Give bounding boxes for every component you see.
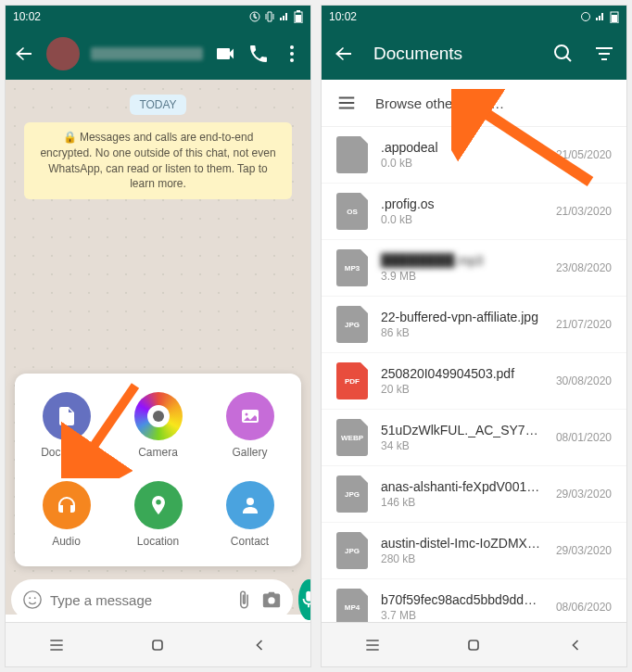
svg-rect-1 <box>297 10 300 12</box>
alarm-icon <box>580 11 591 22</box>
search-icon[interactable] <box>552 43 575 65</box>
sort-icon[interactable] <box>593 43 615 65</box>
document-row[interactable]: .appodeal 0.0 kB 21/05/2020 <box>322 127 626 184</box>
document-size: 146 kB <box>381 496 543 509</box>
attachment-sheet: Document Camera Gallery Audio Location C… <box>15 374 301 566</box>
file-type-icon: WEBP <box>336 419 368 456</box>
message-input[interactable] <box>50 592 226 608</box>
nav-recents-icon[interactable] <box>47 636 66 654</box>
document-info: .appodeal 0.0 kB <box>381 140 543 170</box>
file-type-icon: JPG <box>336 475 368 513</box>
document-name: b70f59fec98acd5bbd9dd8b7459f8720de… <box>381 592 543 607</box>
nav-bar <box>322 622 626 666</box>
svg-rect-15 <box>612 15 617 22</box>
attach-camera[interactable]: Camera <box>116 392 200 459</box>
svg-point-13 <box>582 13 590 21</box>
document-name: .profig.os <box>381 197 543 211</box>
location-icon <box>147 494 170 516</box>
alarm-icon <box>249 11 260 22</box>
contact-name[interactable] <box>91 47 203 60</box>
status-bar: 10:02 <box>6 6 310 28</box>
status-time: 10:02 <box>13 10 41 23</box>
attach-audio[interactable]: Audio <box>24 481 108 548</box>
document-size: 0.0 kB <box>381 157 543 170</box>
document-icon <box>56 405 78 427</box>
back-icon[interactable] <box>333 43 355 65</box>
emoji-icon[interactable] <box>22 590 43 610</box>
nav-back-icon[interactable] <box>250 636 269 654</box>
svg-rect-2 <box>296 15 301 22</box>
document-row[interactable]: JPG 22-buffered-vpn-affiliate.jpg 86 kB … <box>322 297 626 353</box>
video-call-icon[interactable] <box>214 43 236 65</box>
browse-label: Browse other docs… <box>375 95 504 111</box>
document-row[interactable]: PDF 250820I049904503.pdf 20 kB 30/08/202… <box>322 353 626 410</box>
list-icon <box>336 93 357 113</box>
document-row[interactable]: JPG austin-distel-Imc-IoZDMXc-unsplash.j… <box>322 523 626 579</box>
document-name: anas-alshanti-feXpdV001o4-unsplash.j… <box>381 479 543 494</box>
svg-point-4 <box>290 52 294 56</box>
battery-icon <box>294 10 303 23</box>
document-info: b70f59fec98acd5bbd9dd8b7459f8720de… 3.7 … <box>381 592 543 622</box>
document-row[interactable]: MP3 ████████.mp3 3.9 MB 23/08/2020 <box>322 240 626 297</box>
camera-icon <box>153 411 164 422</box>
attach-icon[interactable] <box>234 590 254 610</box>
nav-home-icon[interactable] <box>464 636 483 654</box>
document-size: 86 kB <box>381 326 543 339</box>
file-type-icon: PDF <box>336 362 368 399</box>
documents-header: Documents <box>322 28 626 80</box>
camera-input-icon[interactable] <box>261 590 282 610</box>
document-info: 22-buffered-vpn-affiliate.jpg 86 kB <box>381 310 543 339</box>
document-row[interactable]: MP4 b70f59fec98acd5bbd9dd8b7459f8720de… … <box>322 579 626 622</box>
document-size: 34 kB <box>381 439 543 452</box>
svg-point-11 <box>34 597 36 599</box>
document-date: 08/01/2020 <box>556 431 612 444</box>
phone-right-documents: 10:02 Documents Browse other docs… .appo… <box>321 5 627 667</box>
mic-button[interactable] <box>298 579 311 620</box>
documents-title: Documents <box>373 44 534 64</box>
nav-recents-icon[interactable] <box>363 636 382 654</box>
vibrate-icon <box>264 11 275 22</box>
documents-list[interactable]: Browse other docs… .appodeal 0.0 kB 21/0… <box>322 80 626 622</box>
signal-icon <box>279 11 290 22</box>
file-type-icon: JPG <box>336 532 368 569</box>
document-size: 3.7 MB <box>381 609 543 622</box>
document-row[interactable]: OS .profig.os 0.0 kB 21/03/2020 <box>322 184 626 240</box>
document-info: austin-distel-Imc-IoZDMXc-unsplash.jpg 2… <box>381 536 543 565</box>
voice-call-icon[interactable] <box>247 43 270 65</box>
back-icon[interactable] <box>13 43 35 65</box>
encryption-notice[interactable]: 🔒 Messages and calls are end-to-end encr… <box>24 122 292 199</box>
svg-point-9 <box>24 591 41 608</box>
status-icons <box>580 10 619 23</box>
document-size: 20 kB <box>381 383 543 396</box>
document-info: anas-alshanti-feXpdV001o4-unsplash.j… 14… <box>381 479 543 509</box>
document-name: 51uDzWlkFUL._AC_SY700_ML1_FMwe… <box>381 423 543 437</box>
avatar[interactable] <box>46 37 80 70</box>
file-type-icon: MP3 <box>336 249 368 286</box>
attach-gallery[interactable]: Gallery <box>208 392 292 459</box>
nav-back-icon[interactable] <box>566 636 585 654</box>
document-date: 08/06/2020 <box>556 601 612 614</box>
document-name: 250820I049904503.pdf <box>381 366 543 381</box>
document-date: 29/03/2020 <box>556 544 612 557</box>
document-date: 30/08/2020 <box>556 374 612 387</box>
document-row[interactable]: WEBP 51uDzWlkFUL._AC_SY700_ML1_FMwe… 34 … <box>322 410 626 466</box>
message-input-bar <box>11 577 305 622</box>
svg-point-8 <box>246 498 254 505</box>
browse-other-docs[interactable]: Browse other docs… <box>322 80 626 127</box>
attach-contact[interactable]: Contact <box>208 481 292 548</box>
more-icon[interactable] <box>281 43 303 65</box>
document-size: 3.9 MB <box>381 270 543 283</box>
document-date: 21/05/2020 <box>556 148 612 161</box>
document-name: 22-buffered-vpn-affiliate.jpg <box>381 310 543 324</box>
document-date: 29/03/2020 <box>556 488 612 501</box>
attach-location[interactable]: Location <box>116 481 200 548</box>
nav-home-icon[interactable] <box>148 636 167 654</box>
attach-document[interactable]: Document <box>24 392 108 459</box>
status-icons <box>249 10 303 23</box>
document-info: ████████.mp3 3.9 MB <box>381 253 543 283</box>
document-row[interactable]: JPG anas-alshanti-feXpdV001o4-unsplash.j… <box>322 466 626 523</box>
status-time: 10:02 <box>329 10 357 23</box>
document-info: 51uDzWlkFUL._AC_SY700_ML1_FMwe… 34 kB <box>381 423 543 452</box>
svg-point-10 <box>29 597 31 599</box>
file-type-icon: OS <box>336 193 368 230</box>
